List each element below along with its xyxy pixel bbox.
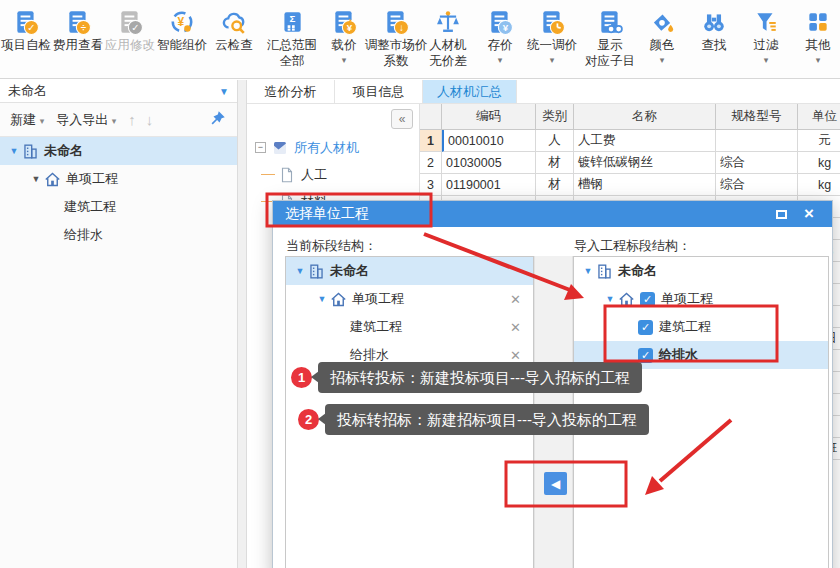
- panel-splitter[interactable]: [238, 80, 247, 568]
- toolbar-button-1[interactable]: ÷费用查看: [52, 6, 104, 54]
- dialog-titlebar[interactable]: 选择单位工程 ×: [273, 201, 832, 227]
- table-cell[interactable]: 槽钢: [574, 174, 716, 196]
- table-cell[interactable]: kg: [798, 152, 840, 174]
- pin-icon[interactable]: [209, 109, 227, 130]
- toolbar-button-11[interactable]: 统一调价▾: [526, 6, 578, 67]
- toolbar-button-10[interactable]: ¥存价▾: [474, 6, 526, 67]
- column-header[interactable]: 名称: [574, 104, 716, 130]
- toolbar-button-17[interactable]: 其他▾: [792, 6, 840, 67]
- chevron-down-icon: ▾: [764, 54, 769, 67]
- column-header[interactable]: 类别: [536, 104, 574, 130]
- toolbar-button-7[interactable]: ¥载价▾: [318, 6, 370, 67]
- new-button[interactable]: 新建 ▾: [10, 111, 44, 129]
- toolbar-button-label: 智能组价: [157, 37, 207, 54]
- scales-icon: [435, 9, 461, 35]
- tree-item-单项工程[interactable]: ▼✓单项工程: [574, 285, 828, 313]
- toolbar-button-8[interactable]: ↓调整市场价系数: [370, 6, 422, 69]
- collapse-panel-button[interactable]: «: [391, 109, 413, 129]
- import-export-button[interactable]: 导入导出 ▾: [56, 111, 116, 129]
- table-row[interactable]: 100010010人人工费元: [420, 130, 840, 152]
- table-cell[interactable]: 人工费: [574, 130, 716, 152]
- move-up-icon[interactable]: ↑: [128, 111, 136, 128]
- category-item-所有人材机[interactable]: −所有人材机: [247, 134, 419, 161]
- toolbar-button-6[interactable]: Σ汇总范围全部: [266, 6, 318, 69]
- move-down-icon[interactable]: ↓: [146, 111, 154, 128]
- column-header[interactable]: 单位: [798, 104, 840, 130]
- caret-down-icon[interactable]: ▼: [582, 266, 594, 276]
- caret-down-icon[interactable]: ▼: [294, 266, 306, 276]
- toolbar-button-0[interactable]: ✓项目自检: [0, 6, 52, 54]
- tree-item-未命名[interactable]: ▼未命名: [286, 257, 533, 285]
- delete-icon[interactable]: ✕: [510, 348, 521, 363]
- toolbar-button-label: 存价: [488, 37, 513, 54]
- home-icon: [43, 170, 62, 189]
- close-button[interactable]: ×: [798, 205, 820, 223]
- table-cell[interactable]: kg: [798, 174, 840, 196]
- callout-2-text: 投标转招标：新建招标项目---导入投标的工程: [325, 404, 649, 435]
- project-selector-dropdown[interactable]: 未命名 ▼: [0, 80, 237, 103]
- maximize-button[interactable]: [770, 205, 792, 223]
- table-row[interactable]: 301190001材槽钢综合kg: [420, 174, 840, 196]
- caret-down-icon[interactable]: ▼: [8, 146, 20, 156]
- chevron-down-icon: ▾: [40, 116, 45, 126]
- caret-down-icon[interactable]: ▼: [316, 294, 328, 304]
- delete-icon[interactable]: ✕: [510, 320, 521, 335]
- delete-icon[interactable]: ✕: [510, 292, 521, 307]
- toolbar-button-14[interactable]: 颜色▾: [636, 6, 688, 67]
- caret-down-icon[interactable]: ▼: [30, 174, 42, 184]
- table-cell[interactable]: 综合: [716, 174, 798, 196]
- tab-0[interactable]: 造价分析: [247, 80, 335, 103]
- toolbar-button-sublabel: 全部: [280, 54, 305, 69]
- table-cell[interactable]: 2: [420, 152, 442, 174]
- tree-item-给排水[interactable]: 给排水: [0, 221, 237, 249]
- toolbar-button-label: 载价: [332, 37, 357, 54]
- table-row[interactable]: 201030005材镀锌低碳钢丝综合kg: [420, 152, 840, 174]
- callout-1-text: 招标转投标：新建投标项目---导入招标的工程: [318, 362, 642, 393]
- doc-divide-icon: ÷: [65, 9, 91, 35]
- tab-2[interactable]: 人材机汇总: [423, 80, 517, 103]
- table-cell[interactable]: 00010010: [442, 130, 536, 152]
- callout-1: 1 招标转投标：新建投标项目---导入招标的工程: [291, 362, 642, 393]
- tree-item-未命名[interactable]: ▼未命名: [0, 137, 237, 165]
- table-cell[interactable]: 3: [420, 174, 442, 196]
- caret-down-icon[interactable]: ▼: [604, 294, 616, 304]
- table-cell[interactable]: 元: [798, 130, 840, 152]
- tree-item-未命名[interactable]: ▼未命名: [574, 257, 828, 285]
- toolbar-button-16[interactable]: 过滤▾: [740, 6, 792, 67]
- table-cell[interactable]: 01190001: [442, 174, 536, 196]
- tree-item-建筑工程[interactable]: 建筑工程: [0, 193, 237, 221]
- toolbar-button-3[interactable]: ¥智能组价: [156, 6, 208, 54]
- transfer-left-button[interactable]: ◀: [544, 472, 567, 495]
- collapse-minus-icon[interactable]: −: [255, 142, 266, 153]
- toolbar-button-4[interactable]: 云检查: [208, 6, 260, 54]
- table-cell[interactable]: 镀锌低碳钢丝: [574, 152, 716, 174]
- column-header[interactable]: 编码: [442, 104, 536, 130]
- table-cell[interactable]: 材: [536, 174, 574, 196]
- tree-item-建筑工程[interactable]: 建筑工程✕: [286, 313, 533, 341]
- table-cell[interactable]: 1: [420, 130, 442, 152]
- checkbox-checked-icon[interactable]: ✓: [638, 348, 653, 363]
- column-header[interactable]: [420, 104, 442, 130]
- table-cell[interactable]: [716, 130, 798, 152]
- tree-item-单项工程[interactable]: ▼单项工程✕: [286, 285, 533, 313]
- checkbox-checked-icon[interactable]: ✓: [638, 320, 653, 335]
- category-item-人工[interactable]: 人工: [247, 161, 419, 188]
- tree-item-单项工程[interactable]: ▼单项工程: [0, 165, 237, 193]
- checkbox-checked-icon[interactable]: ✓: [640, 292, 655, 307]
- callout-2-badge: 2: [298, 409, 319, 430]
- tab-1[interactable]: 项目信息: [335, 80, 423, 103]
- toolbar-button-15[interactable]: 查找: [688, 6, 740, 54]
- callout-1-badge: 1: [291, 367, 312, 388]
- column-header[interactable]: 规格型号: [716, 104, 798, 130]
- toolbar-button-9[interactable]: 人材机无价差: [422, 6, 474, 69]
- tree-item-建筑工程[interactable]: ✓建筑工程: [574, 313, 828, 341]
- toolbar-button-label: 汇总范围: [267, 37, 317, 54]
- building-icon: [595, 262, 614, 281]
- table-cell[interactable]: 综合: [716, 152, 798, 174]
- table-cell[interactable]: 材: [536, 152, 574, 174]
- toolbar-button-sublabel: 系数: [384, 54, 409, 69]
- table-cell[interactable]: 人: [536, 130, 574, 152]
- toolbar-button-13[interactable]: 显示对应子目: [584, 6, 636, 69]
- tree-item-label: 单项工程: [661, 290, 713, 308]
- table-cell[interactable]: 01030005: [442, 152, 536, 174]
